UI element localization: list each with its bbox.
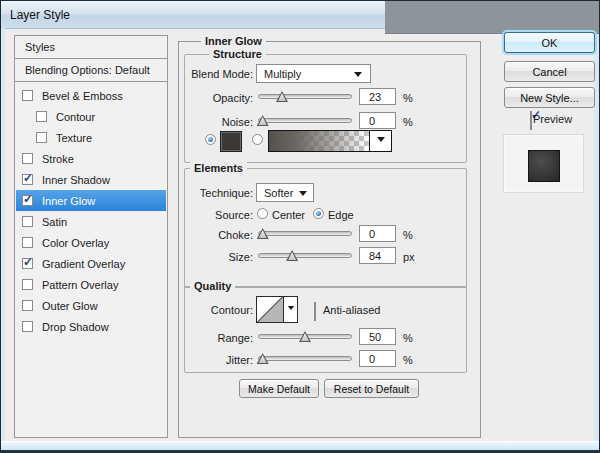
size-input[interactable]: 84 [359, 247, 396, 264]
technique-select[interactable]: Softer [256, 183, 314, 202]
sidebar-item-label: Inner Glow [42, 195, 95, 207]
range-value: 50 [369, 331, 381, 343]
new-style-button[interactable]: New Style... [504, 87, 595, 108]
opacity-slider[interactable] [258, 94, 352, 99]
anti-aliased-label[interactable]: Anti-aliased [323, 304, 380, 316]
jitter-value: 0 [369, 353, 375, 365]
blend-mode-select[interactable]: Multiply [256, 64, 371, 83]
texture-checkbox[interactable] [36, 132, 47, 143]
reset-to-default-button[interactable]: Reset to Default [324, 379, 419, 398]
sidebar-item-label: Drop Shadow [42, 321, 109, 333]
sidebar-item-pattern-overlay[interactable]: Pattern Overlay [16, 274, 166, 295]
sidebar-item-label: Pattern Overlay [42, 279, 118, 291]
chevron-down-icon [299, 191, 307, 200]
cancel-button[interactable]: Cancel [504, 61, 595, 82]
source-edge-radio[interactable] [313, 208, 324, 219]
satin-checkbox[interactable] [22, 216, 33, 227]
jitter-unit: % [403, 354, 413, 366]
elements-group [184, 168, 467, 288]
solid-color-radio[interactable] [205, 134, 216, 145]
range-label: Range: [141, 332, 253, 344]
opacity-unit: % [403, 92, 413, 104]
inner-shadow-checkbox[interactable] [22, 174, 33, 185]
noise-input[interactable]: 0 [359, 112, 396, 129]
technique-label: Technique: [141, 187, 253, 199]
contour-checkbox[interactable] [36, 111, 47, 122]
choke-slider[interactable] [258, 231, 352, 236]
contour-thumbnail[interactable] [256, 296, 284, 323]
app-background [385, 1, 600, 34]
size-value: 84 [369, 250, 381, 262]
sidebar-item-texture[interactable]: Texture [16, 127, 166, 148]
sidebar-item-label: Satin [42, 216, 67, 228]
window-edge-bottom [1, 441, 599, 452]
ok-button[interactable]: OK [504, 32, 595, 53]
sidebar-item-label: Contour [56, 111, 95, 123]
bevel-emboss-checkbox[interactable] [22, 90, 33, 101]
chevron-down-icon [354, 72, 362, 81]
size-unit: px [403, 251, 415, 263]
styles-header-label: Styles [25, 41, 55, 53]
sidebar-item-stroke[interactable]: Stroke [16, 148, 166, 169]
color-overlay-checkbox[interactable] [22, 237, 33, 248]
contour-dropdown-button[interactable] [283, 296, 298, 323]
noise-slider[interactable] [258, 118, 352, 123]
sidebar-item-label: Texture [56, 132, 92, 144]
noise-label: Noise: [141, 116, 253, 128]
make-default-button[interactable]: Make Default [239, 379, 319, 398]
elements-group-label: Elements [190, 162, 247, 175]
blend-mode-value: Multiply [264, 68, 301, 80]
jitter-label: Jitter: [141, 354, 253, 366]
panel-title: Inner Glow [201, 35, 266, 48]
blend-mode-label: Blend Mode: [141, 68, 253, 80]
choke-value: 0 [369, 228, 375, 240]
anti-aliased-checkbox[interactable] [314, 302, 316, 321]
opacity-value: 23 [369, 91, 381, 103]
range-input[interactable]: 50 [359, 328, 396, 345]
pattern-overlay-checkbox[interactable] [22, 279, 33, 290]
window-edge-left [1, 28, 5, 452]
range-unit: % [403, 332, 413, 344]
styles-header: Styles [14, 35, 168, 59]
noise-unit: % [403, 116, 413, 128]
gradient-overlay-checkbox[interactable] [22, 258, 33, 269]
blending-options-label: Blending Options: Default [25, 64, 150, 76]
contour-label: Contour: [141, 304, 253, 316]
preview-checkbox[interactable] [530, 111, 532, 130]
source-edge-label[interactable]: Edge [328, 209, 354, 221]
choke-input[interactable]: 0 [359, 225, 396, 242]
jitter-input[interactable]: 0 [359, 350, 396, 367]
gradient-picker[interactable] [268, 130, 392, 152]
sidebar-item-label: Stroke [42, 153, 74, 165]
drop-shadow-checkbox[interactable] [22, 321, 33, 332]
sidebar-item-label: Inner Shadow [42, 174, 110, 186]
layer-style-dialog: Layer Style Styles Blending Options: Def… [0, 0, 600, 453]
size-label: Size: [141, 251, 253, 263]
outer-glow-checkbox[interactable] [22, 300, 33, 311]
sidebar-item-label: Outer Glow [42, 300, 98, 312]
range-slider[interactable] [258, 334, 352, 339]
gradient-radio[interactable] [252, 134, 263, 145]
opacity-input[interactable]: 23 [359, 88, 396, 105]
structure-group-label: Structure [209, 48, 266, 61]
preview-swatch [528, 150, 560, 182]
jitter-slider[interactable] [258, 356, 352, 361]
chevron-down-icon [287, 306, 293, 313]
preview-label[interactable]: Preview [533, 113, 572, 125]
choke-unit: % [403, 229, 413, 241]
window-title: Layer Style [10, 8, 70, 22]
sidebar-item-label: Color Overlay [42, 237, 109, 249]
technique-value: Softer [264, 187, 293, 199]
source-center-label[interactable]: Center [272, 209, 305, 221]
glow-color-swatch[interactable] [220, 131, 242, 152]
sidebar-item-label: Bevel & Emboss [42, 90, 123, 102]
choke-label: Choke: [141, 229, 253, 241]
size-slider[interactable] [258, 253, 352, 258]
chevron-down-icon [377, 137, 385, 146]
title-bar[interactable]: Layer Style [1, 1, 385, 29]
inner-glow-checkbox[interactable] [22, 195, 33, 206]
quality-group-label: Quality [190, 280, 235, 293]
stroke-checkbox[interactable] [22, 153, 33, 164]
source-center-radio[interactable] [257, 208, 268, 219]
gradient-dropdown-button[interactable] [369, 131, 391, 151]
